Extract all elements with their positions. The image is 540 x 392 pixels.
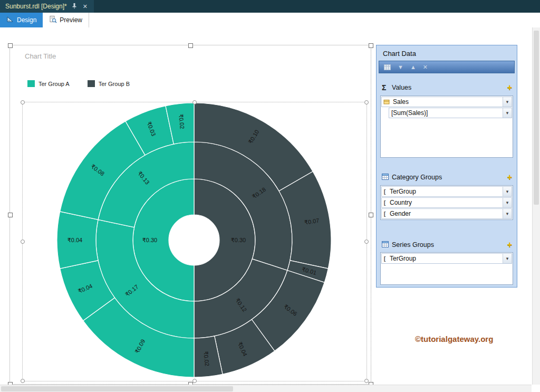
group-bracket-icon: [ (382, 255, 388, 262)
group-bracket-icon: [ (382, 211, 388, 217)
horizontal-scrollbar[interactable] (0, 385, 532, 392)
document-tab-bar: Sunburst.rdl [Design]* ✕ (0, 0, 540, 13)
category-groups-label: Category Groups (392, 174, 442, 181)
category-group-tergroup[interactable]: [ TerGroup ▾ (381, 186, 512, 197)
values-list[interactable]: Sales ▾ [Sum(Sales)] ▾ (380, 95, 513, 158)
dropdown-arrow-icon[interactable]: ▾ (503, 209, 512, 218)
preview-icon (49, 15, 57, 25)
dropdown-arrow-icon[interactable]: ▾ (503, 254, 512, 263)
value-expression-sum-sales[interactable]: [Sum(Sales)] ▾ (389, 108, 512, 118)
resize-handle[interactable] (188, 43, 193, 48)
horizontal-scrollbar-thumb[interactable] (1, 386, 233, 391)
plot-resize-handle[interactable] (21, 379, 25, 383)
legend-label-b: Ter Group B (99, 81, 130, 87)
vertical-scrollbar[interactable] (532, 27, 540, 385)
toolbar-delete-icon[interactable]: ✕ (423, 64, 428, 70)
series-groups-header: Series Groups + (382, 240, 512, 250)
plot-resize-handle[interactable] (364, 379, 369, 383)
legend-swatch-a (27, 80, 35, 87)
app-window: Sunburst.rdl [Design]* ✕ Design Preview … (0, 0, 540, 392)
value-expression-label: [Sum(Sales)] (389, 109, 503, 117)
plot-resize-handle[interactable] (364, 240, 369, 244)
view-tab-bar: Design Preview (0, 13, 540, 29)
design-icon (6, 15, 14, 25)
panel-toolbar: ▼ ▲ ✕ (379, 61, 515, 73)
category-group-label: Country (388, 199, 503, 206)
legend-label-a: Ter Group A (38, 81, 70, 87)
series-group-label: TerGroup (388, 255, 503, 262)
document-tab-label: Sunburst.rdl [Design]* (5, 3, 67, 10)
group-bracket-icon: [ (382, 188, 388, 195)
close-icon[interactable]: ✕ (82, 4, 89, 9)
values-section-header: Σ Values + (382, 82, 512, 93)
plot-resize-handle[interactable] (192, 379, 197, 383)
dropdown-arrow-icon[interactable]: ▾ (503, 108, 512, 118)
toolbar-grid-icon[interactable] (384, 64, 391, 70)
field-icon (382, 99, 391, 105)
series-groups-list[interactable]: [ TerGroup ▾ (380, 252, 513, 285)
sunburst-chart[interactable]: ₹0.30₹0.30₹0.18₹0.12₹0.17₹0.13₹0.10₹0.07… (53, 99, 335, 381)
plot-resize-handle[interactable] (192, 100, 197, 104)
dropdown-arrow-icon[interactable]: ▾ (503, 187, 512, 196)
tab-design-label: Design (17, 16, 36, 24)
add-category-group-button[interactable]: + (507, 173, 512, 181)
chart-title[interactable]: Chart Title (25, 52, 56, 60)
dropdown-arrow-icon[interactable]: ▾ (503, 97, 512, 107)
value-field-label: Sales (391, 98, 503, 106)
category-group-gender[interactable]: [ Gender ▾ (381, 208, 512, 219)
segment-label: ₹0.04 (68, 237, 82, 243)
chart-data-panel: Chart Data ▼ ▲ ✕ Σ Values + (376, 45, 517, 288)
plot-resize-handle[interactable] (21, 240, 25, 244)
series-groups-label: Series Groups (392, 241, 434, 248)
watermark: ©tutorialgateway.org (415, 334, 493, 343)
group-bracket-icon: [ (382, 199, 388, 206)
resize-handle[interactable] (8, 213, 13, 217)
resize-handle[interactable] (369, 213, 373, 217)
toolbar-move-up-icon[interactable]: ▲ (410, 64, 416, 70)
sigma-icon: Σ (382, 83, 389, 92)
values-section-label: Values (392, 84, 411, 91)
segment-label: ₹0.30 (231, 237, 246, 243)
category-group-label: Gender (388, 210, 503, 217)
tab-preview-label: Preview (60, 16, 82, 24)
design-surface: Chart Title Ter Group A Ter Group B ₹0.3… (0, 27, 540, 392)
table-icon (382, 174, 389, 181)
plot-resize-handle[interactable] (364, 100, 369, 104)
category-groups-header: Category Groups + (382, 172, 512, 183)
plot-resize-handle[interactable] (21, 100, 25, 104)
add-series-group-button[interactable]: + (507, 241, 512, 249)
table-icon (382, 241, 389, 249)
tab-preview[interactable]: Preview (43, 13, 89, 27)
panel-title: Chart Data (383, 50, 416, 58)
legend-swatch-b (88, 80, 95, 87)
tab-design[interactable]: Design (0, 13, 43, 27)
category-groups-list[interactable]: [ TerGroup ▾ [ Country ▾ [ Gender ▾ (380, 185, 513, 220)
toolbar-move-down-icon[interactable]: ▼ (398, 64, 403, 70)
segment-label: ₹0.30 (142, 237, 157, 243)
pin-icon[interactable] (72, 2, 77, 11)
document-tab[interactable]: Sunburst.rdl [Design]* ✕ (0, 0, 94, 13)
series-group-tergroup[interactable]: [ TerGroup ▾ (381, 253, 512, 264)
chart-legend[interactable]: Ter Group A Ter Group B (27, 80, 148, 87)
resize-handle[interactable] (369, 43, 373, 48)
category-group-country[interactable]: [ Country ▾ (381, 197, 512, 208)
vertical-scrollbar-thumb[interactable] (534, 31, 539, 205)
category-group-label: TerGroup (388, 188, 503, 195)
add-value-button[interactable]: + (507, 83, 512, 92)
value-field-sales[interactable]: Sales ▾ (381, 97, 512, 107)
resize-handle[interactable] (8, 43, 13, 48)
dropdown-arrow-icon[interactable]: ▾ (503, 198, 512, 207)
